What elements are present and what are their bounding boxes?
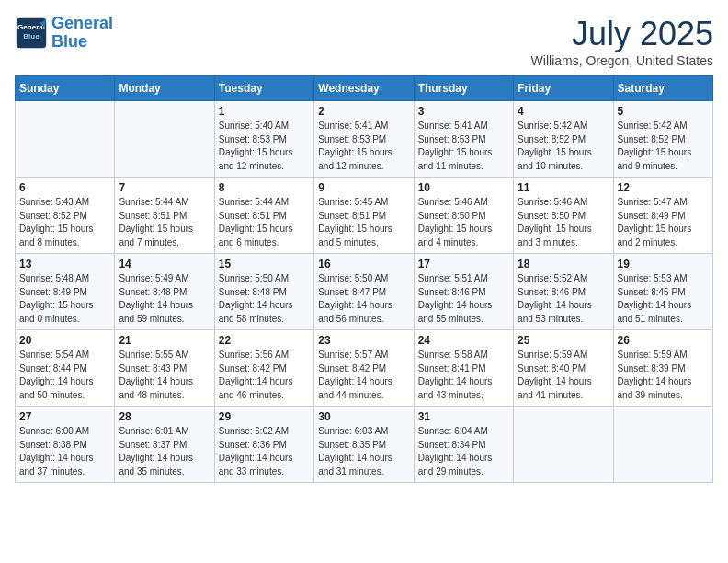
day-number: 14	[119, 258, 210, 270]
day-info: Sunrise: 6:04 AM Sunset: 8:34 PM Dayligh…	[418, 425, 509, 478]
day-number: 25	[518, 334, 609, 347]
day-info: Sunrise: 5:59 AM Sunset: 8:40 PM Dayligh…	[518, 349, 609, 402]
logo-text: General Blue	[51, 15, 113, 52]
day-number: 11	[518, 181, 609, 194]
day-info: Sunrise: 6:00 AM Sunset: 8:38 PM Dayligh…	[19, 425, 110, 478]
day-info: Sunrise: 5:40 AM Sunset: 8:53 PM Dayligh…	[219, 120, 310, 173]
calendar-cell: 11Sunrise: 5:46 AM Sunset: 8:50 PM Dayli…	[514, 178, 613, 254]
calendar-cell	[613, 407, 712, 483]
calendar-cell: 16Sunrise: 5:50 AM Sunset: 8:47 PM Dayli…	[314, 254, 414, 330]
day-number: 21	[119, 334, 210, 347]
calendar-cell: 30Sunrise: 6:03 AM Sunset: 8:35 PM Dayli…	[314, 407, 414, 483]
page-header: General Blue General Blue July 2025 Will…	[15, 15, 713, 68]
calendar-cell: 7Sunrise: 5:44 AM Sunset: 8:51 PM Daylig…	[115, 178, 214, 254]
day-number: 3	[418, 105, 509, 118]
location: Williams, Oregon, United States	[531, 53, 713, 68]
calendar-cell: 14Sunrise: 5:49 AM Sunset: 8:48 PM Dayli…	[115, 254, 214, 330]
calendar-cell: 3Sunrise: 5:41 AM Sunset: 8:53 PM Daylig…	[414, 101, 513, 178]
calendar-cell: 9Sunrise: 5:45 AM Sunset: 8:51 PM Daylig…	[314, 178, 414, 254]
day-number: 27	[19, 410, 110, 423]
day-number: 23	[318, 334, 409, 347]
day-info: Sunrise: 5:56 AM Sunset: 8:42 PM Dayligh…	[219, 349, 310, 402]
calendar-cell: 24Sunrise: 5:58 AM Sunset: 8:41 PM Dayli…	[414, 330, 513, 407]
weekday-header-monday: Monday	[115, 76, 214, 101]
day-number: 16	[318, 258, 409, 270]
calendar-cell: 12Sunrise: 5:47 AM Sunset: 8:49 PM Dayli…	[613, 178, 712, 254]
day-number: 31	[418, 410, 509, 423]
day-number: 1	[219, 105, 310, 118]
day-number: 2	[318, 105, 409, 118]
calendar-cell: 1Sunrise: 5:40 AM Sunset: 8:53 PM Daylig…	[214, 101, 313, 178]
day-number: 5	[618, 105, 709, 118]
day-number: 9	[318, 181, 409, 194]
weekday-header-wednesday: Wednesday	[314, 76, 414, 101]
day-info: Sunrise: 5:47 AM Sunset: 8:49 PM Dayligh…	[618, 196, 709, 249]
weekday-header-saturday: Saturday	[613, 76, 712, 101]
day-info: Sunrise: 5:41 AM Sunset: 8:53 PM Dayligh…	[418, 120, 509, 173]
day-info: Sunrise: 6:03 AM Sunset: 8:35 PM Dayligh…	[318, 425, 409, 478]
day-info: Sunrise: 5:55 AM Sunset: 8:43 PM Dayligh…	[119, 349, 210, 402]
day-info: Sunrise: 5:42 AM Sunset: 8:52 PM Dayligh…	[518, 120, 609, 173]
day-info: Sunrise: 5:45 AM Sunset: 8:51 PM Dayligh…	[318, 196, 409, 249]
day-number: 29	[219, 410, 310, 423]
day-info: Sunrise: 5:53 AM Sunset: 8:45 PM Dayligh…	[618, 272, 709, 326]
weekday-header-friday: Friday	[514, 76, 613, 101]
calendar-cell: 20Sunrise: 5:54 AM Sunset: 8:44 PM Dayli…	[16, 330, 115, 407]
day-info: Sunrise: 5:51 AM Sunset: 8:46 PM Dayligh…	[418, 272, 509, 326]
day-info: Sunrise: 5:58 AM Sunset: 8:41 PM Dayligh…	[418, 349, 509, 402]
day-info: Sunrise: 5:44 AM Sunset: 8:51 PM Dayligh…	[219, 196, 310, 249]
day-info: Sunrise: 5:41 AM Sunset: 8:53 PM Dayligh…	[318, 120, 409, 173]
calendar-cell	[16, 101, 115, 178]
calendar-cell: 28Sunrise: 6:01 AM Sunset: 8:37 PM Dayli…	[115, 407, 214, 483]
calendar-cell: 8Sunrise: 5:44 AM Sunset: 8:51 PM Daylig…	[214, 178, 313, 254]
day-number: 30	[318, 410, 409, 423]
day-number: 19	[618, 258, 709, 270]
calendar-week-row: 1Sunrise: 5:40 AM Sunset: 8:53 PM Daylig…	[16, 101, 713, 178]
day-number: 20	[19, 334, 110, 347]
calendar-table: SundayMondayTuesdayWednesdayThursdayFrid…	[15, 75, 713, 483]
calendar-cell: 2Sunrise: 5:41 AM Sunset: 8:53 PM Daylig…	[314, 101, 414, 178]
calendar-cell: 6Sunrise: 5:43 AM Sunset: 8:52 PM Daylig…	[16, 178, 115, 254]
day-info: Sunrise: 5:46 AM Sunset: 8:50 PM Dayligh…	[518, 196, 609, 249]
day-info: Sunrise: 5:50 AM Sunset: 8:48 PM Dayligh…	[219, 272, 310, 326]
day-info: Sunrise: 5:43 AM Sunset: 8:52 PM Dayligh…	[19, 196, 110, 249]
day-number: 26	[618, 334, 709, 347]
calendar-cell: 17Sunrise: 5:51 AM Sunset: 8:46 PM Dayli…	[414, 254, 513, 330]
calendar-cell: 19Sunrise: 5:53 AM Sunset: 8:45 PM Dayli…	[613, 254, 712, 330]
calendar-cell: 10Sunrise: 5:46 AM Sunset: 8:50 PM Dayli…	[414, 178, 513, 254]
calendar-cell: 26Sunrise: 5:59 AM Sunset: 8:39 PM Dayli…	[613, 330, 712, 407]
day-info: Sunrise: 6:02 AM Sunset: 8:36 PM Dayligh…	[219, 425, 310, 478]
day-info: Sunrise: 5:46 AM Sunset: 8:50 PM Dayligh…	[418, 196, 509, 249]
calendar-header-row: SundayMondayTuesdayWednesdayThursdayFrid…	[16, 76, 713, 101]
day-number: 8	[219, 181, 310, 194]
day-info: Sunrise: 5:52 AM Sunset: 8:46 PM Dayligh…	[518, 272, 609, 326]
logo: General Blue General Blue	[15, 15, 113, 52]
day-number: 22	[219, 334, 310, 347]
calendar-cell: 27Sunrise: 6:00 AM Sunset: 8:38 PM Dayli…	[16, 407, 115, 483]
day-number: 28	[119, 410, 210, 423]
calendar-cell: 5Sunrise: 5:42 AM Sunset: 8:52 PM Daylig…	[613, 101, 712, 178]
day-number: 13	[19, 258, 110, 270]
day-info: Sunrise: 6:01 AM Sunset: 8:37 PM Dayligh…	[119, 425, 210, 478]
weekday-header-tuesday: Tuesday	[214, 76, 313, 101]
svg-text:Blue: Blue	[23, 32, 40, 40]
calendar-cell: 29Sunrise: 6:02 AM Sunset: 8:36 PM Dayli…	[214, 407, 313, 483]
weekday-header-sunday: Sunday	[16, 76, 115, 101]
svg-text:General: General	[17, 23, 45, 31]
day-number: 4	[518, 105, 609, 118]
day-info: Sunrise: 5:50 AM Sunset: 8:47 PM Dayligh…	[318, 272, 409, 326]
calendar-week-row: 13Sunrise: 5:48 AM Sunset: 8:49 PM Dayli…	[16, 254, 713, 330]
calendar-cell: 31Sunrise: 6:04 AM Sunset: 8:34 PM Dayli…	[414, 407, 513, 483]
day-info: Sunrise: 5:59 AM Sunset: 8:39 PM Dayligh…	[618, 349, 709, 402]
calendar-cell: 13Sunrise: 5:48 AM Sunset: 8:49 PM Dayli…	[16, 254, 115, 330]
day-number: 10	[418, 181, 509, 194]
calendar-week-row: 20Sunrise: 5:54 AM Sunset: 8:44 PM Dayli…	[16, 330, 713, 407]
calendar-cell: 18Sunrise: 5:52 AM Sunset: 8:46 PM Dayli…	[514, 254, 613, 330]
day-info: Sunrise: 5:44 AM Sunset: 8:51 PM Dayligh…	[119, 196, 210, 249]
calendar-cell	[115, 101, 214, 178]
day-number: 24	[418, 334, 509, 347]
day-info: Sunrise: 5:42 AM Sunset: 8:52 PM Dayligh…	[618, 120, 709, 173]
calendar-week-row: 27Sunrise: 6:00 AM Sunset: 8:38 PM Dayli…	[16, 407, 713, 483]
day-info: Sunrise: 5:54 AM Sunset: 8:44 PM Dayligh…	[19, 349, 110, 402]
weekday-header-thursday: Thursday	[414, 76, 513, 101]
